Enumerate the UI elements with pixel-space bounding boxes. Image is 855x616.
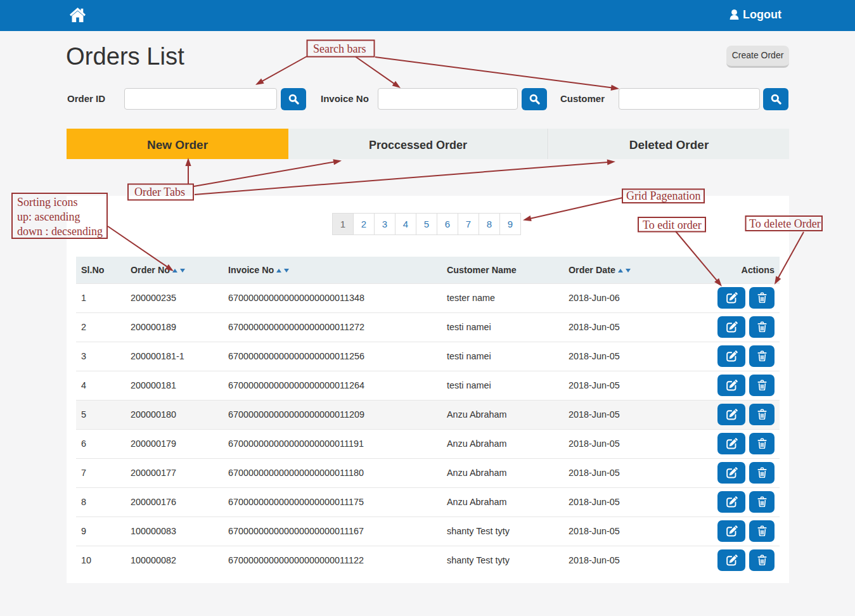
svg-text:Search bars: Search bars [313, 42, 366, 55]
